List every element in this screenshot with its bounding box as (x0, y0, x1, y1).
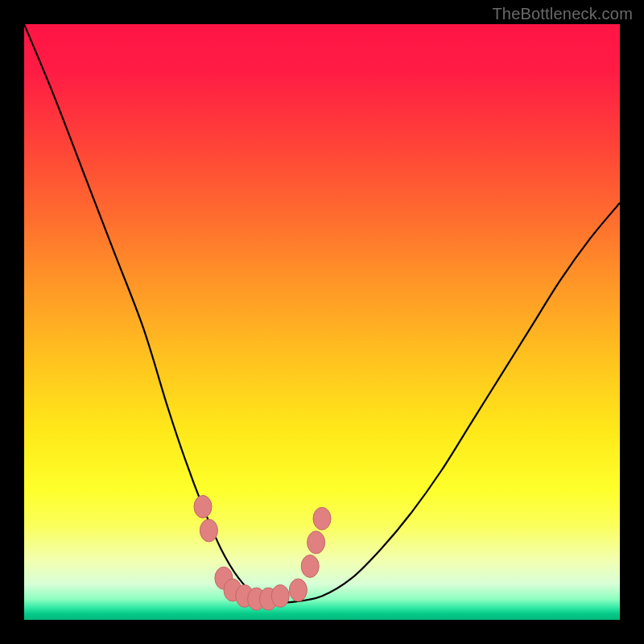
curve-marker (200, 519, 217, 542)
curve-layer (24, 24, 620, 620)
curve-marker (271, 584, 289, 607)
chart-frame: TheBottleneck.com (0, 0, 644, 644)
curve-marker (289, 579, 307, 601)
plot-area (24, 24, 620, 620)
curve-marker (194, 495, 212, 518)
curve-marker (313, 507, 331, 530)
watermark-text: TheBottleneck.com (492, 5, 633, 23)
curve-marker (301, 555, 319, 577)
curve-marker (308, 531, 325, 554)
curve-markers (194, 495, 331, 610)
